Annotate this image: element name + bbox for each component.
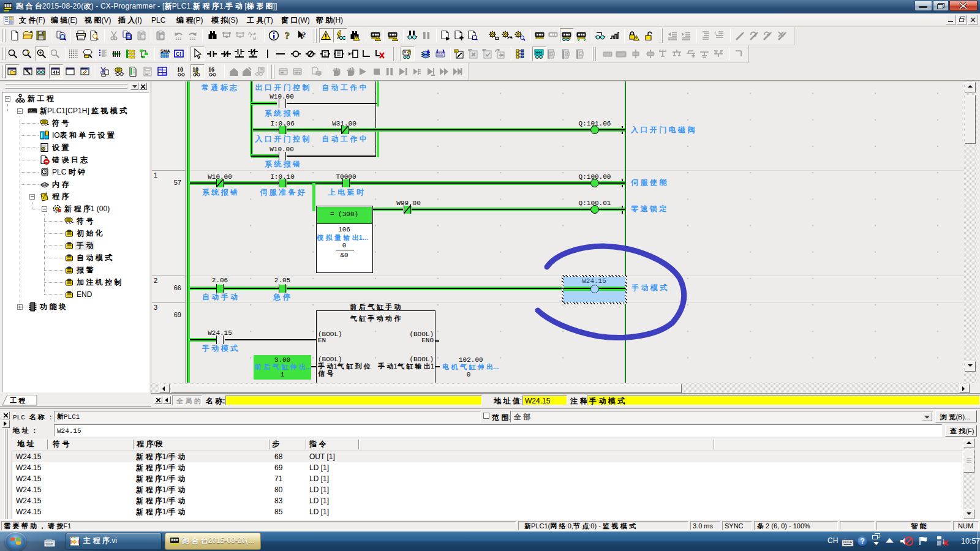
svg-text:?: ? — [302, 30, 306, 39]
svg-text:16: 16 — [208, 66, 214, 73]
svg-text:B: B — [253, 36, 256, 41]
svg-text:002: 002 — [163, 73, 168, 75]
svg-text:SMA: SMA — [160, 49, 170, 53]
svg-text:?: ? — [285, 31, 290, 41]
svg-text:CI: CI — [176, 51, 181, 57]
svg-text:001: 001 — [159, 68, 164, 70]
svg-text:10: 10 — [177, 66, 183, 73]
